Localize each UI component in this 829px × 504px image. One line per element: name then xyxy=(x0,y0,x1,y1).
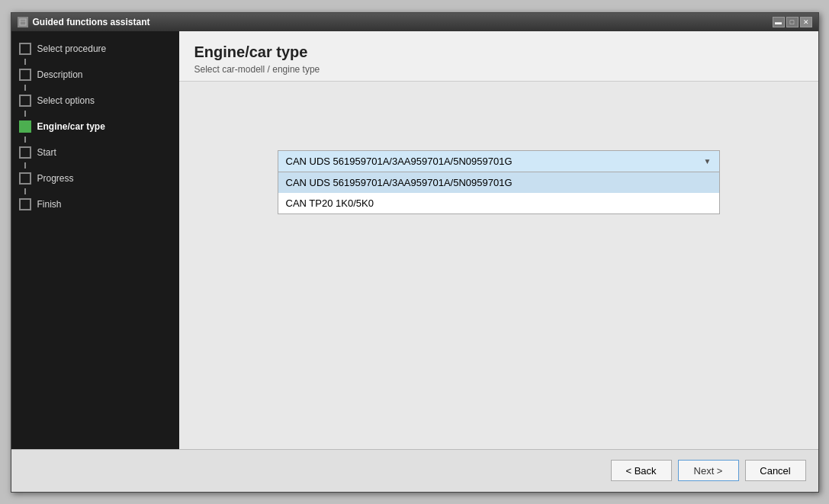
step-indicator-start xyxy=(19,146,31,159)
sidebar-item-finish[interactable]: Finish xyxy=(11,194,179,214)
sidebar-item-engine-car-type[interactable]: Engine/car type xyxy=(11,117,179,136)
back-button[interactable]: < Back xyxy=(611,460,672,481)
connector-4 xyxy=(24,136,26,143)
dropdown-container: CAN UDS 561959701A/3AA959701A/5N0959701G… xyxy=(278,150,720,172)
main-window: Guided functions assistant ▬ □ ✕ Select … xyxy=(11,12,819,493)
sidebar-label-start: Start xyxy=(37,147,56,158)
sidebar-item-progress[interactable]: Progress xyxy=(11,169,179,188)
sidebar-label-progress: Progress xyxy=(37,173,74,184)
step-indicator-progress xyxy=(19,172,31,185)
connector-5 xyxy=(24,162,26,169)
maximize-button[interactable]: □ xyxy=(786,17,798,27)
connector-1 xyxy=(24,59,26,65)
connector-3 xyxy=(24,111,26,117)
step-indicator-finish xyxy=(19,198,31,210)
titlebar: Guided functions assistant ▬ □ ✕ xyxy=(11,13,818,31)
sidebar: Select procedure Description Select opti… xyxy=(11,31,179,449)
sidebar-label-select-options: Select options xyxy=(37,95,95,106)
step-indicator-select-options xyxy=(19,95,31,107)
next-button[interactable]: Next > xyxy=(678,460,739,481)
content-header: Engine/car type Select car-modell / engi… xyxy=(179,31,818,82)
main-content: Select procedure Description Select opti… xyxy=(11,31,818,449)
sidebar-item-description[interactable]: Description xyxy=(11,65,179,85)
app-icon xyxy=(18,17,28,27)
sidebar-item-select-options[interactable]: Select options xyxy=(11,91,179,111)
page-subtitle: Select car-modell / engine type xyxy=(194,64,803,75)
connector-2 xyxy=(24,85,26,91)
titlebar-controls: ▬ □ ✕ xyxy=(773,17,812,27)
connector-6 xyxy=(24,188,26,194)
minimize-button[interactable]: ▬ xyxy=(773,17,785,27)
dropdown-list: CAN UDS 561959701A/3AA959701A/5N0959701G… xyxy=(278,172,720,214)
page-title: Engine/car type xyxy=(194,43,803,61)
cancel-button[interactable]: Cancel xyxy=(745,460,806,481)
step-indicator-select-procedure xyxy=(19,43,31,55)
step-indicator-engine-car-type xyxy=(19,120,31,133)
titlebar-left: Guided functions assistant xyxy=(18,17,150,27)
sidebar-label-engine-car-type: Engine/car type xyxy=(37,121,105,132)
dropdown-arrow-icon: ▼ xyxy=(704,157,712,165)
content-body: CAN UDS 561959701A/3AA959701A/5N0959701G… xyxy=(179,82,818,449)
dropdown-option-2[interactable]: CAN TP20 1K0/5K0 xyxy=(278,193,719,213)
sidebar-item-start[interactable]: Start xyxy=(11,143,179,162)
content-area: Engine/car type Select car-modell / engi… xyxy=(179,31,818,449)
dropdown-option-1[interactable]: CAN UDS 561959701A/3AA959701A/5N0959701G xyxy=(278,172,719,193)
close-button[interactable]: ✕ xyxy=(800,17,812,27)
footer: < Back Next > Cancel xyxy=(11,449,818,492)
svg-rect-0 xyxy=(20,19,26,25)
dropdown-selected-value: CAN UDS 561959701A/3AA959701A/5N0959701G xyxy=(286,156,513,167)
sidebar-item-select-procedure[interactable]: Select procedure xyxy=(11,39,179,59)
sidebar-label-select-procedure: Select procedure xyxy=(37,43,107,54)
dropdown-selected[interactable]: CAN UDS 561959701A/3AA959701A/5N0959701G… xyxy=(278,150,720,172)
step-indicator-description xyxy=(19,69,31,81)
window-title: Guided functions assistant xyxy=(33,17,150,27)
sidebar-label-finish: Finish xyxy=(37,199,62,210)
sidebar-label-description: Description xyxy=(37,69,83,80)
